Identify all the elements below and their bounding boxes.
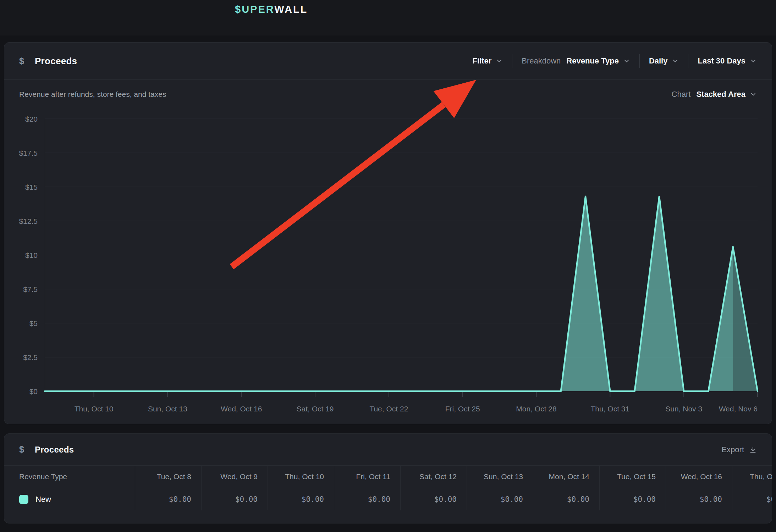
chart-subheader: Revenue after refunds, store fees, and t… bbox=[4, 80, 772, 99]
granularity-dropdown[interactable]: Daily bbox=[649, 56, 679, 66]
table-value-cell: $0.00 bbox=[401, 488, 467, 510]
chevron-down-icon bbox=[496, 57, 503, 65]
table-column-header-date: Sun, Oct 13 bbox=[467, 465, 533, 488]
export-label: Export bbox=[721, 445, 744, 454]
filter-dropdown[interactable]: Filter bbox=[472, 56, 503, 66]
table-card-header: $ Proceeds Export bbox=[4, 434, 772, 465]
table-column-header-date: Thu, Oct 17 bbox=[732, 465, 772, 488]
table-column-header-date: Wed, Oct 16 bbox=[666, 465, 732, 488]
table-card-title: Proceeds bbox=[35, 445, 74, 455]
chevron-down-icon bbox=[623, 57, 630, 65]
series-color-swatch bbox=[19, 495, 28, 504]
table-column-header-date: Tue, Oct 15 bbox=[600, 465, 666, 488]
table-value-cell: $0.00 bbox=[666, 488, 732, 510]
table-column-header-revenue-type: Revenue Type bbox=[4, 465, 135, 488]
dollar-icon: $ bbox=[19, 444, 24, 455]
chart-card-title: Proceeds bbox=[35, 56, 77, 67]
chart-type-value: Stacked Area bbox=[696, 90, 745, 99]
chart-subtitle: Revenue after refunds, store fees, and t… bbox=[19, 90, 166, 99]
table-value-cell: $0.00 bbox=[135, 488, 202, 510]
table-header-row: Revenue TypeTue, Oct 8Wed, Oct 9Thu, Oct… bbox=[4, 465, 772, 488]
chevron-down-icon bbox=[750, 57, 757, 65]
dollar-icon: $ bbox=[19, 56, 24, 66]
logo-accent-text: $UPER bbox=[235, 4, 274, 15]
table-column-header-date: Wed, Oct 9 bbox=[202, 465, 268, 488]
logo-rest-text: WALL bbox=[274, 4, 308, 15]
table-value-cell: $0.00 bbox=[334, 488, 401, 510]
table-column-header-date: Tue, Oct 8 bbox=[135, 465, 202, 488]
granularity-value: Daily bbox=[649, 56, 668, 66]
chart-type-label: Chart bbox=[672, 90, 691, 99]
superwall-logo[interactable]: $UPERWALL bbox=[235, 4, 308, 15]
table-column-header-date: Thu, Oct 10 bbox=[268, 465, 334, 488]
table-value-cell: $0.00 bbox=[533, 488, 600, 510]
table-value-cell: $0.00 bbox=[732, 488, 772, 510]
filter-label: Filter bbox=[472, 56, 491, 66]
chevron-down-icon bbox=[672, 57, 679, 65]
top-bar: $UPERWALL bbox=[0, 0, 776, 35]
table-column-header-date: Fri, Oct 11 bbox=[334, 465, 401, 488]
table-column-header-date: Sat, Oct 12 bbox=[401, 465, 467, 488]
chevron-down-icon bbox=[750, 91, 757, 98]
table-value-cell: $0.00 bbox=[268, 488, 334, 510]
table-value-cell: $0.00 bbox=[202, 488, 268, 510]
stacked-area-chart[interactable] bbox=[45, 119, 758, 391]
export-button[interactable]: Export bbox=[721, 445, 757, 454]
table-column-header-date: Mon, Oct 14 bbox=[533, 465, 600, 488]
chart-card-header: $ Proceeds Filter Breakdown Revenue Type… bbox=[4, 43, 772, 80]
chart-type-dropdown[interactable]: Chart Stacked Area bbox=[672, 90, 757, 99]
table-row-label-new: New bbox=[4, 488, 135, 510]
proceeds-table-card: $ Proceeds Export Revenue TypeTue, Oct 8… bbox=[4, 433, 772, 523]
breakdown-label: Breakdown bbox=[522, 56, 561, 66]
table-value-cell: $0.00 bbox=[467, 488, 533, 510]
breakdown-value: Revenue Type bbox=[566, 56, 619, 66]
date-range-dropdown[interactable]: Last 30 Days bbox=[698, 56, 757, 66]
date-range-value: Last 30 Days bbox=[698, 56, 745, 66]
divider bbox=[688, 54, 688, 68]
breakdown-dropdown[interactable]: Breakdown Revenue Type bbox=[522, 56, 630, 66]
table-value-cell: $0.00 bbox=[600, 488, 666, 510]
chart-controls: Filter Breakdown Revenue Type Daily Last… bbox=[472, 54, 757, 68]
divider bbox=[512, 54, 512, 68]
download-icon bbox=[749, 446, 757, 454]
table-body: New$0.00$0.00$0.00$0.00$0.00$0.00$0.00$0… bbox=[4, 488, 772, 510]
divider bbox=[639, 54, 640, 68]
